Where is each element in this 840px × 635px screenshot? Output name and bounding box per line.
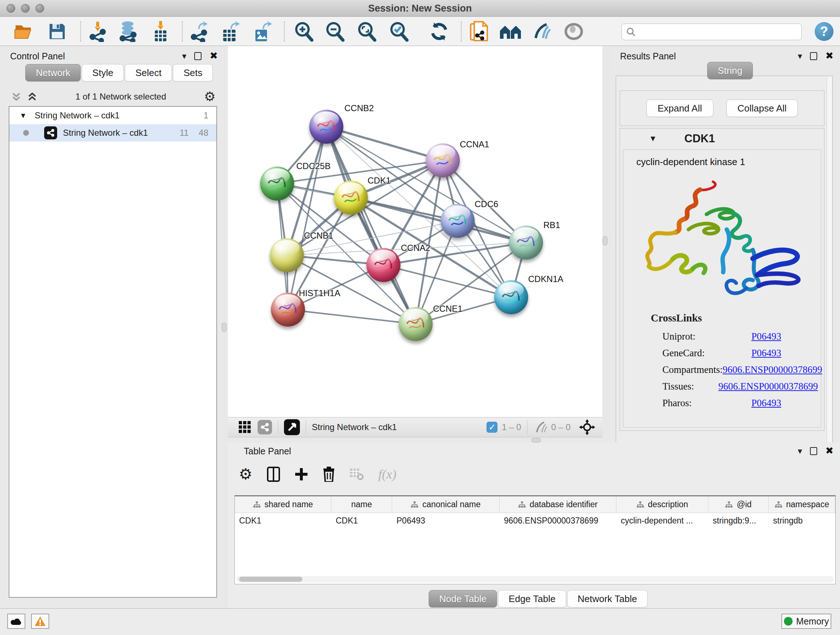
crosslink-link[interactable]: P06493 bbox=[752, 331, 782, 342]
network-options-gear-icon[interactable]: ⚙ bbox=[204, 90, 216, 103]
grid-icon[interactable] bbox=[238, 420, 252, 434]
collapse-all-icon[interactable] bbox=[11, 91, 22, 102]
network-collection-row[interactable]: ▼ String Network – cdk1 1 bbox=[9, 107, 216, 124]
tab-sets[interactable]: Sets bbox=[173, 64, 213, 81]
hide-show-panels-button[interactable] bbox=[531, 21, 554, 42]
tab-select[interactable]: Select bbox=[125, 64, 172, 81]
export-table-button[interactable] bbox=[219, 21, 242, 42]
table-panel-close-icon[interactable]: ✖ bbox=[825, 446, 834, 456]
network-node-ccna1[interactable] bbox=[426, 143, 460, 177]
column-header-canonical-name[interactable]: canonical name bbox=[392, 496, 500, 513]
cell-description[interactable]: cyclin-dependent ... bbox=[616, 513, 708, 530]
tab-style[interactable]: Style bbox=[82, 64, 124, 81]
network-node-cdc25b[interactable] bbox=[260, 166, 294, 201]
import-network-database-button[interactable] bbox=[117, 21, 140, 42]
column-header-name[interactable]: name bbox=[332, 496, 392, 513]
save-floppy-icon bbox=[48, 22, 66, 41]
function-builder-icon-disabled: f(x) bbox=[378, 467, 396, 482]
collection-caret-icon[interactable]: ▼ bbox=[19, 111, 27, 120]
results-panel-float-icon[interactable] bbox=[810, 52, 817, 60]
help-button[interactable]: ? bbox=[815, 22, 834, 41]
crosslink-label: Compartments: bbox=[662, 364, 722, 375]
crosslink-link[interactable]: 9606.ENSP00000378699 bbox=[718, 381, 818, 392]
control-panel-float-icon[interactable] bbox=[194, 52, 202, 60]
tab-network[interactable]: Network bbox=[25, 64, 81, 81]
network-node-ccne1[interactable] bbox=[399, 307, 433, 341]
share-view-icon[interactable] bbox=[257, 420, 272, 434]
table-hscrollbar-thumb[interactable] bbox=[239, 577, 302, 582]
home-pages-button[interactable] bbox=[499, 21, 522, 42]
cell-database-identifier[interactable]: 9606.ENSP00000378699 bbox=[500, 513, 616, 530]
table-tab-node-table[interactable]: Node Table bbox=[429, 590, 497, 608]
refresh-view-button[interactable] bbox=[428, 21, 451, 42]
network-node-ccnb1[interactable] bbox=[270, 238, 304, 272]
cell-shared-name[interactable]: CDK1 bbox=[235, 513, 332, 530]
crosshair-icon[interactable] bbox=[579, 419, 595, 435]
show-columns-icon[interactable] bbox=[267, 467, 280, 482]
birdseye-navigator-icon[interactable] bbox=[284, 419, 300, 435]
network-node-rb1[interactable] bbox=[509, 226, 543, 260]
warning-status-button[interactable] bbox=[31, 614, 49, 629]
right-splitter-handle[interactable] bbox=[603, 236, 607, 245]
zoom-out-button[interactable] bbox=[324, 21, 347, 42]
memory-label: Memory bbox=[796, 616, 829, 627]
bottom-splitter-handle[interactable] bbox=[531, 438, 541, 442]
column-header-database-identifier[interactable]: database identifier bbox=[500, 496, 616, 513]
entry-caret-icon[interactable]: ▼ bbox=[649, 134, 657, 143]
column-header-id[interactable]: @id bbox=[708, 496, 769, 513]
export-image-button[interactable] bbox=[251, 21, 274, 42]
zoom-in-button[interactable] bbox=[292, 21, 316, 42]
memory-button[interactable]: Memory bbox=[782, 614, 831, 629]
import-table-button[interactable] bbox=[149, 21, 172, 42]
import-network-file-button[interactable] bbox=[87, 21, 110, 42]
results-tab-string[interactable]: String bbox=[707, 62, 753, 79]
cell-canonical-name[interactable]: P06493 bbox=[392, 513, 500, 530]
network-node-cdkn1a[interactable] bbox=[494, 280, 528, 314]
save-session-button[interactable] bbox=[46, 21, 69, 42]
table-panel-menu-icon[interactable]: ▾ bbox=[798, 447, 802, 455]
collapse-all-button[interactable]: Collapse All bbox=[726, 100, 798, 117]
cloud-status-button[interactable] bbox=[7, 614, 25, 629]
crosslink-link[interactable]: P06493 bbox=[752, 397, 782, 409]
crosslink-link[interactable]: 9606.ENSP00000378699 bbox=[722, 364, 822, 375]
preview-eye-button[interactable] bbox=[562, 21, 585, 42]
column-header-shared-name[interactable]: shared name bbox=[235, 496, 332, 513]
zoom-selected-button[interactable] bbox=[387, 21, 411, 42]
network-canvas[interactable]: CCNB2 CCNA1 CDC25B CDK1 CDC6 RB1CCNB1 CC… bbox=[228, 46, 602, 417]
cell-name[interactable]: CDK1 bbox=[332, 513, 392, 530]
zoom-fit-button[interactable] bbox=[355, 21, 378, 42]
crosslink-label: Uniprot: bbox=[662, 331, 752, 342]
network-node-cdc6[interactable] bbox=[441, 204, 475, 238]
results-scrollbar[interactable] bbox=[827, 77, 832, 451]
delete-column-trash-icon[interactable] bbox=[323, 467, 335, 482]
table-row[interactable]: CDK1CDK1P064939606.ENSP00000378699cyclin… bbox=[235, 513, 835, 530]
open-session-button[interactable] bbox=[13, 21, 36, 42]
crosslink-link[interactable]: P06493 bbox=[752, 348, 782, 359]
network-node-cdk1[interactable] bbox=[334, 181, 368, 215]
results-panel-menu-icon[interactable]: ▾ bbox=[798, 52, 802, 60]
expand-all-icon[interactable] bbox=[27, 91, 38, 102]
table-panel-float-icon[interactable] bbox=[810, 447, 817, 455]
results-panel-close-icon[interactable]: ✖ bbox=[825, 51, 834, 61]
table-hscrollbar[interactable] bbox=[236, 576, 834, 583]
control-panel-close-icon[interactable]: ✖ bbox=[210, 51, 218, 61]
network-node-ccna2[interactable] bbox=[366, 248, 401, 282]
share-document-button[interactable] bbox=[468, 21, 491, 42]
add-column-icon[interactable] bbox=[294, 467, 308, 481]
network-row[interactable]: String Network – cdk1 11 48 bbox=[9, 124, 216, 141]
expand-all-button[interactable]: Expand All bbox=[646, 100, 714, 117]
footer-separator bbox=[278, 420, 278, 434]
export-network-button[interactable] bbox=[188, 21, 211, 42]
selected-checkbox-icon[interactable]: ✓ bbox=[486, 422, 497, 432]
cell-namespace[interactable]: stringdb bbox=[769, 513, 835, 530]
control-panel-menu-icon[interactable]: ▾ bbox=[182, 52, 186, 60]
network-node-ccnb2[interactable] bbox=[309, 110, 343, 144]
cell-id[interactable]: stringdb:9... bbox=[708, 513, 769, 530]
table-tab-network-table[interactable]: Network Table bbox=[567, 590, 647, 608]
table-settings-gear-icon[interactable]: ⚙ bbox=[239, 467, 253, 482]
table-tab-edge-table[interactable]: Edge Table bbox=[498, 590, 566, 608]
column-header-namespace[interactable]: namespace bbox=[769, 496, 835, 513]
left-splitter-handle[interactable] bbox=[222, 323, 226, 332]
column-header-description[interactable]: description bbox=[616, 496, 708, 513]
search-input[interactable] bbox=[639, 27, 797, 37]
